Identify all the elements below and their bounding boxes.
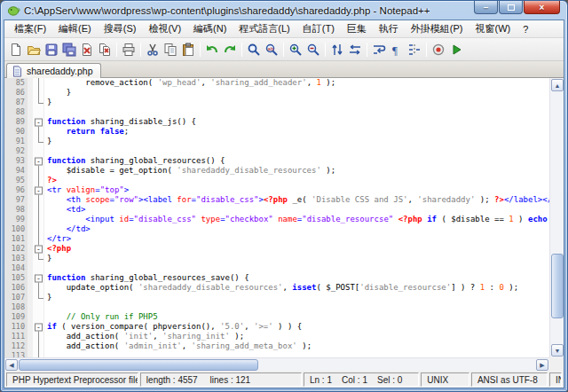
code-line[interactable]: 89-function sharing_disable_js() { [4,117,549,127]
record-macro-button[interactable] [430,41,447,59]
menu-item-11[interactable]: ? [517,22,534,36]
code-line[interactable]: 86 } [4,88,549,98]
fold-toggle-icon[interactable]: - [33,117,44,127]
fold-toggle-icon[interactable]: - [33,156,44,166]
code-text: $disable = get_option( 'sharedaddy_disab… [44,166,335,176]
code-line[interactable]: 93-function sharing_global_resources() { [4,156,549,166]
code-line[interactable]: 88 [4,107,549,117]
code-line[interactable]: 107} [4,293,549,302]
code-line[interactable]: 94 $disable = get_option( 'sharedaddy_di… [4,166,549,176]
menu-item-1[interactable]: 編輯(E) [52,20,98,37]
new-file-button[interactable] [7,41,25,59]
scrollbar-corner [549,357,564,371]
copy-button[interactable] [162,41,179,59]
play-macro-button[interactable] [447,41,465,59]
code-line[interactable]: 113 [4,351,549,357]
code-line[interactable]: 95?> [4,176,549,185]
menu-item-3[interactable]: 檢視(V) [142,20,187,37]
fold-toggle-icon[interactable]: - [33,322,44,332]
menu-item-8[interactable]: 執行 [373,20,405,37]
close-all-button[interactable] [96,41,114,59]
scroll-up-arrow[interactable]: ▲ [551,79,564,91]
code-text: </td> [44,224,91,234]
code-line[interactable]: 102-<?php [4,244,549,254]
code-line[interactable]: 105-function sharing_global_resources_sa… [4,273,549,283]
code-line[interactable]: 85 remove_action( 'wp_head', 'sharing_ad… [4,78,549,88]
code-line[interactable]: 103} [4,254,549,263]
print-button[interactable] [120,41,138,59]
horizontal-scroll-thumb[interactable] [19,359,258,371]
redo-button[interactable] [221,41,239,59]
status-insert-mode: INS [549,372,562,387]
code-line[interactable]: 96-<tr valign="top"> [4,185,549,195]
replace-button[interactable]: ab [263,41,280,59]
paste-button[interactable] [179,41,197,59]
code-lines[interactable]: 85 remove_action( 'wp_head', 'sharing_ad… [4,78,549,357]
maximize-button[interactable] [499,1,523,14]
save-all-button[interactable] [60,41,78,59]
title-bar[interactable]: C:\AppServ\www\wordpress\wp-content\plug… [4,1,564,20]
close-button[interactable]: × [524,1,560,14]
undo-button[interactable] [203,41,221,59]
menu-item-0[interactable]: 檔案(F) [8,20,52,37]
file-tab-icon [12,66,23,77]
save-file-button[interactable] [43,41,60,59]
code-line[interactable]: 97 <th scope="row"><label for="disable_c… [4,195,549,205]
menu-item-6[interactable]: 自訂(T) [296,20,341,37]
code-line[interactable]: 104 [4,263,549,273]
zoom-in-button[interactable] [287,41,304,59]
code-line[interactable]: 87} [4,98,549,107]
menu-item-2[interactable]: 搜尋(S) [98,20,143,37]
zoom-out-button[interactable] [304,41,322,59]
code-line[interactable]: 91} [4,137,549,146]
menu-item-9[interactable]: 外掛模組(P) [405,20,469,37]
menu-item-10[interactable]: 視窗(W) [469,20,517,37]
editor[interactable]: 85 remove_action( 'wp_head', 'sharing_ad… [4,78,564,371]
code-text: function sharing_disable_js() { [44,117,196,127]
open-file-button[interactable] [25,41,43,59]
scroll-left-arrow[interactable]: ◀ [5,359,18,371]
line-number: 94 [4,166,28,176]
code-line[interactable]: 110-if ( version_compare( phpversion(), … [4,322,549,332]
sync-horizontal-button[interactable] [346,41,364,59]
minimize-button[interactable]: – [474,1,498,14]
code-line[interactable]: 108 [4,302,549,312]
tab-sharedaddy-php[interactable]: sharedaddy.php [6,63,101,78]
indent-guide-button[interactable] [406,41,423,59]
code-line[interactable]: 98 <td> [4,205,549,215]
scroll-down-arrow[interactable]: ▼ [551,344,564,357]
code-line[interactable]: 99 <input id="disable_css" type="checkbo… [4,215,549,224]
fold-toggle-icon[interactable]: - [33,185,44,195]
code-line[interactable]: 100 </td> [4,224,549,234]
code-line[interactable]: 106 update_option( 'sharedaddy_disable_r… [4,283,549,293]
sync-vertical-button[interactable] [328,41,346,59]
vertical-scroll-thumb[interactable] [551,254,564,318]
code-line[interactable]: 111 add_action( 'init', 'sharing_init' )… [4,332,549,341]
code-line[interactable]: 92 [4,146,549,156]
word-wrap-button[interactable] [370,41,388,59]
fold-toggle-icon[interactable]: - [33,244,44,254]
toolbar-separator [116,43,117,57]
code-line[interactable]: 109 // Only run if PHP5 [4,312,549,322]
menu-item-4[interactable]: 編碼(N) [187,20,233,37]
code-line[interactable]: 101</tr> [4,234,549,244]
menu-item-5[interactable]: 程式語言(L) [233,20,296,37]
vertical-scrollbar[interactable]: ▲ ▼ [549,78,564,357]
code-line[interactable]: 112 add_action( 'admin_init', 'sharing_a… [4,341,549,351]
menu-item-7[interactable]: 巨集 [341,20,373,37]
line-number: 91 [4,137,28,146]
line-number: 109 [4,312,28,322]
scroll-right-arrow[interactable]: ▶ [536,359,548,371]
close-file-button[interactable] [78,41,96,59]
show-all-characters-button[interactable]: ¶ [388,41,406,59]
code-line[interactable]: 90 return false; [4,127,549,137]
code-pane[interactable]: 85 remove_action( 'wp_head', 'sharing_ad… [4,78,549,357]
line-number: 110 [4,322,28,332]
fold-cell [33,234,44,244]
horizontal-scrollbar[interactable]: ◀ ▶ [4,357,549,371]
fold-toggle-icon[interactable]: - [33,273,44,283]
find-button[interactable] [245,41,263,59]
cut-button[interactable] [144,41,162,59]
code-text [44,302,47,312]
line-number: 112 [4,341,28,351]
